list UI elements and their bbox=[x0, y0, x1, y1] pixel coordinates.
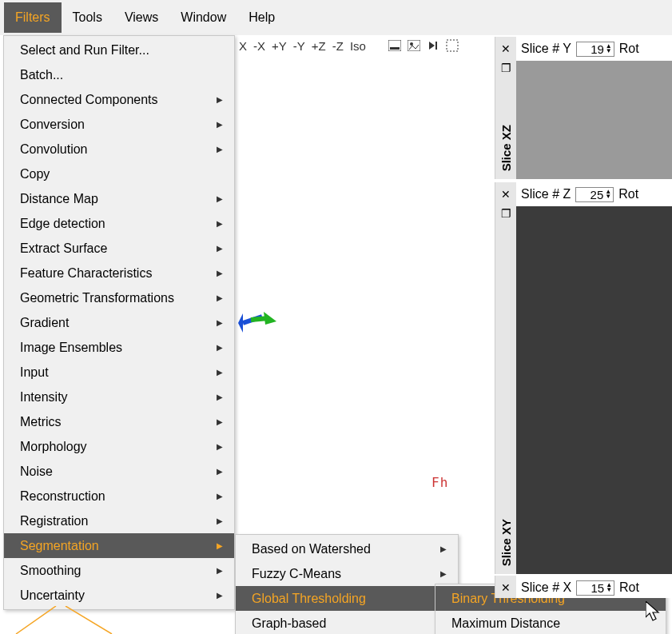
menu-item-label: Noise bbox=[20, 463, 53, 480]
panel-handle-bottom: ✕ bbox=[495, 576, 516, 598]
image-icon[interactable] bbox=[407, 38, 421, 53]
menu-item-geometric-transformations[interactable]: Geometric Transformations▶ bbox=[4, 285, 234, 310]
slice-x-spinner[interactable]: ▲▼ bbox=[576, 580, 614, 596]
menu-filters[interactable]: Filters bbox=[4, 2, 62, 33]
menu-item-label: Geometric Transformations bbox=[20, 289, 174, 306]
axis-x[interactable]: X bbox=[238, 39, 248, 53]
svg-line-10 bbox=[251, 318, 268, 320]
menu-item-reconstruction[interactable]: Reconstruction▶ bbox=[4, 484, 234, 508]
spinner-arrows-icon[interactable]: ▲▼ bbox=[603, 189, 613, 199]
submenu-arrow-icon: ▶ bbox=[217, 116, 223, 133]
save-view-icon[interactable] bbox=[388, 38, 402, 53]
panel-title-xy: Slice XY bbox=[499, 519, 513, 566]
submenu-item-global-thresholding[interactable]: Global Thresholding▶ bbox=[236, 586, 458, 611]
menu-item-registration[interactable]: Registration▶ bbox=[4, 508, 234, 533]
submenu-arrow-icon: ▶ bbox=[217, 190, 223, 207]
submenu-arrow-icon: ▶ bbox=[217, 314, 223, 331]
restore-icon[interactable]: ❐ bbox=[499, 206, 513, 221]
menu-item-extract-surface[interactable]: Extract Surface▶ bbox=[4, 236, 234, 261]
submenu-item-watershed[interactable]: Based on Watershed▶ bbox=[236, 536, 458, 561]
menu-item-connected-components[interactable]: Connected Components▶ bbox=[4, 87, 234, 112]
submenu-arrow-icon: ▶ bbox=[217, 240, 223, 257]
menu-item-label: Conversion bbox=[20, 116, 85, 133]
close-icon[interactable]: ✕ bbox=[499, 580, 513, 595]
menu-item-label: Maximum Distance bbox=[451, 615, 560, 632]
axis-negy[interactable]: -Y bbox=[292, 39, 306, 53]
panel-viewport-xy[interactable] bbox=[516, 206, 672, 574]
brand-logo: Fh bbox=[431, 475, 448, 490]
slice-z-label: Slice # Z bbox=[521, 187, 571, 201]
spinner-arrows-icon[interactable]: ▲▼ bbox=[604, 44, 614, 54]
menu-help[interactable]: Help bbox=[237, 2, 286, 33]
spinner-arrows-icon[interactable]: ▲▼ bbox=[604, 583, 614, 592]
axis-toolbar: X -X +Y -Y +Z -Z Iso bbox=[238, 38, 459, 53]
decorative-lines bbox=[8, 606, 136, 634]
menu-item-label: Edge detection bbox=[20, 215, 105, 232]
slice-z-spinner[interactable]: ▲▼ bbox=[575, 187, 614, 202]
slice-x-input[interactable] bbox=[577, 581, 604, 595]
panel-xy: ✕ ❐ Slice XY Slice # Z ▲▼ Rot bbox=[495, 182, 672, 574]
menu-item-noise[interactable]: Noise▶ bbox=[4, 459, 234, 484]
menu-item-distance-map[interactable]: Distance Map▶ bbox=[4, 186, 234, 211]
panel-controls-xy: Slice # Z ▲▼ Rot bbox=[516, 182, 672, 206]
submenu-arrow-icon: ▶ bbox=[440, 540, 447, 557]
svg-marker-9 bbox=[264, 312, 276, 325]
menu-item-label: Reconstruction bbox=[20, 488, 105, 504]
svg-marker-4 bbox=[429, 42, 435, 50]
menu-item-morphology[interactable]: Morphology▶ bbox=[4, 434, 234, 459]
menu-item-batch[interactable]: Batch... bbox=[4, 62, 234, 87]
menu-item-segmentation[interactable]: Segmentation▶ bbox=[4, 533, 234, 558]
panel-controls-bottom: Slice # X ▲▼ Rot bbox=[516, 576, 672, 598]
axis-posy[interactable]: +Y bbox=[271, 39, 288, 53]
submenu-arrow-icon: ▶ bbox=[440, 565, 447, 582]
menu-item-label: Batch... bbox=[20, 66, 63, 83]
submenu-item-graph-based[interactable]: Graph-based▶ bbox=[236, 611, 458, 634]
restore-icon[interactable]: ❐ bbox=[499, 61, 513, 75]
panel-bottom: ✕ Slice # X ▲▼ Rot bbox=[495, 576, 672, 598]
menu-item-image-ensembles[interactable]: Image Ensembles▶ bbox=[4, 335, 234, 360]
submenu-arrow-icon: ▶ bbox=[217, 537, 223, 554]
axis-negx[interactable]: -X bbox=[252, 39, 266, 53]
axis-posz[interactable]: +Z bbox=[311, 39, 327, 53]
menu-item-select-run[interactable]: Select and Run Filter... bbox=[4, 38, 234, 62]
menu-item-metrics[interactable]: Metrics▶ bbox=[4, 409, 234, 434]
menu-views[interactable]: Views bbox=[113, 2, 169, 33]
svg-marker-7 bbox=[238, 313, 243, 333]
skip-end-icon[interactable] bbox=[426, 38, 440, 53]
close-icon[interactable]: ✕ bbox=[499, 187, 513, 201]
axis-negz[interactable]: -Z bbox=[332, 39, 344, 53]
menu-item-uncertainty[interactable]: Uncertainty▶ bbox=[4, 583, 234, 608]
slice-z-input[interactable] bbox=[576, 188, 603, 201]
menu-item-copy[interactable]: Copy bbox=[4, 161, 234, 186]
submenu-arrow-icon: ▶ bbox=[217, 463, 223, 480]
menu-item-label: Registration bbox=[20, 512, 88, 529]
menu-item-conversion[interactable]: Conversion▶ bbox=[4, 112, 234, 137]
panel-controls-xz: Slice # Y ▲▼ Rot bbox=[516, 37, 672, 61]
axis-arrow-icon bbox=[238, 307, 286, 339]
menu-item-label: Gradient bbox=[20, 314, 69, 331]
slice-y-input[interactable] bbox=[577, 42, 604, 56]
panel-viewport-xz[interactable] bbox=[516, 61, 672, 179]
menu-item-feature-characteristics[interactable]: Feature Characteristics▶ bbox=[4, 261, 234, 285]
rot-label: Rot bbox=[618, 187, 638, 201]
select-region-icon[interactable] bbox=[445, 38, 459, 53]
submenu-arrow-icon: ▶ bbox=[217, 562, 223, 579]
submenu-item-maximum-distance[interactable]: Maximum Distance bbox=[435, 611, 666, 634]
menu-item-input[interactable]: Input▶ bbox=[4, 360, 234, 385]
slice-y-spinner[interactable]: ▲▼ bbox=[576, 42, 614, 57]
submenu-item-fuzzy-cmeans[interactable]: Fuzzy C-Means▶ bbox=[236, 561, 458, 586]
submenu-arrow-icon: ▶ bbox=[217, 389, 223, 405]
menu-tools[interactable]: Tools bbox=[62, 2, 113, 33]
menu-item-smoothing[interactable]: Smoothing▶ bbox=[4, 558, 234, 583]
menu-window[interactable]: Window bbox=[169, 2, 237, 33]
menu-item-label: Connected Components bbox=[20, 91, 158, 108]
menu-item-convolution[interactable]: Convolution▶ bbox=[4, 137, 234, 161]
menu-item-label: Convolution bbox=[20, 141, 88, 158]
close-icon[interactable]: ✕ bbox=[499, 42, 513, 56]
menu-item-gradient[interactable]: Gradient▶ bbox=[4, 310, 234, 335]
rot-label: Rot bbox=[619, 42, 639, 56]
menu-item-intensity[interactable]: Intensity▶ bbox=[4, 385, 234, 409]
menu-item-edge-detection[interactable]: Edge detection▶ bbox=[4, 211, 234, 236]
axis-iso[interactable]: Iso bbox=[349, 39, 367, 53]
slice-y-label: Slice # Y bbox=[521, 42, 571, 56]
